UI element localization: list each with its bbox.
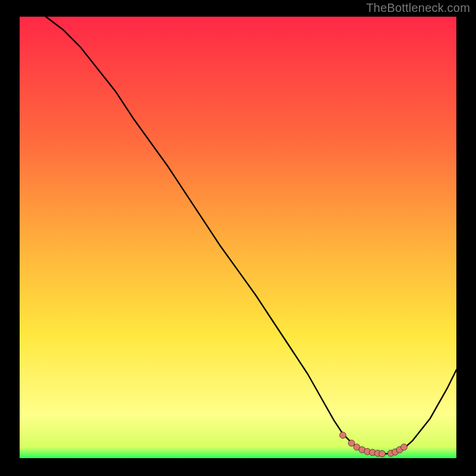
chart-canvas: TheBottleneck.com — [0, 0, 476, 476]
marker-point — [348, 440, 355, 446]
marker-point — [340, 432, 346, 439]
watermark-text: TheBottleneck.com — [366, 1, 470, 15]
marker-point — [379, 450, 386, 457]
marker-point — [401, 444, 408, 450]
plot-area — [20, 17, 456, 458]
bottleneck-chart — [0, 0, 476, 476]
